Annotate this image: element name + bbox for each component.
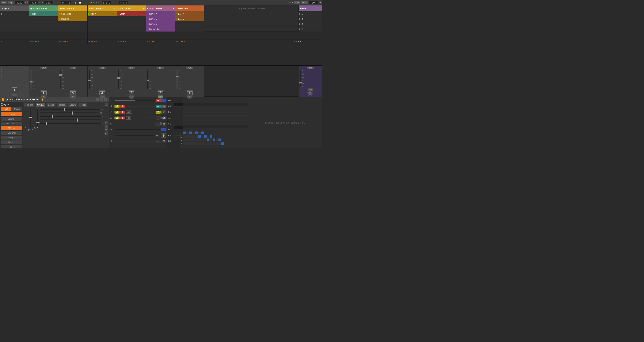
h-slider-4-handle[interactable] [77,118,78,122]
master-fader-handle[interactable] [299,82,302,83]
q0-track[interactable] [114,100,155,101]
q3-Tt[interactable]: Tt [126,116,131,120]
q3-track[interactable] [132,117,155,118]
clip-basic-r4[interactable] [175,26,204,31]
808d-solo-btn[interactable]: S [129,95,134,98]
808d-dropdown[interactable]: ▽ [143,7,145,10]
q6-track[interactable] [114,135,154,136]
btn-oneshot[interactable]: One shot [1,131,22,135]
tap-button[interactable]: Tap [8,1,14,4]
note-G4-3[interactable] [195,131,198,134]
808a-fader-handle[interactable] [30,81,32,82]
cycle-b-track[interactable] [30,111,31,128]
track-header-master[interactable]: Master [299,5,322,11]
play-button[interactable]: ▶ [74,1,78,4]
clip-808d-r1[interactable]: ▶ Crash [117,11,146,16]
clip-808b-r2[interactable]: ▶ Doubling [58,16,88,21]
nav-tab-cyclea[interactable]: Cycle A [36,103,46,107]
track-header-808c[interactable]: 4 808 Core Kit ▽ [88,5,117,11]
stop-button[interactable]: ■ [78,1,82,4]
master-fader-track[interactable] [300,70,301,87]
grand-fader-track[interactable] [147,70,148,89]
q1-y1[interactable]: y1 [114,105,120,108]
clip-808c-r3[interactable] [88,21,117,26]
nav-tab-phsshft[interactable]: Phs shft [24,103,35,107]
nav-tab-rotate[interactable]: Rotate [78,103,88,107]
808d-arm-btn[interactable] [130,98,133,99]
h-slider-5-handle[interactable] [46,122,47,125]
q5-I[interactable]: I [162,128,166,131]
q0-badge-H[interactable]: H [156,99,160,102]
note-E4-2[interactable] [212,138,215,141]
clip-qmp-r2[interactable] [0,16,29,21]
nav-down-btn[interactable]: ▽ [104,128,108,132]
808d-fader-track[interactable] [118,70,119,89]
q4-track[interactable] [114,123,155,124]
basic-fader-track[interactable] [176,70,178,89]
h-slider-1[interactable] [40,109,100,110]
qmp-solo-btn[interactable]: S [12,93,17,96]
master-solo-btn[interactable]: Solo [308,88,313,91]
q3-dot[interactable]: ● [156,116,160,120]
clip-grand-r1[interactable]: ▶ Twinkle A [146,11,175,16]
808c-fader-handle[interactable] [88,79,91,81]
key-D4[interactable]: D4 [174,142,183,145]
clip-808a-r4[interactable] [29,26,58,31]
clip-qmp-r4[interactable] [0,26,29,31]
note-F4-3[interactable] [210,135,212,138]
nav-next-btn[interactable]: ▷ [104,132,108,136]
note-G4-e2[interactable] [192,131,195,134]
key-B4[interactable] [174,126,183,129]
grand-fader-handle[interactable] [146,79,149,81]
btn-folded[interactable]: Folded [1,145,22,148]
track-header-808b[interactable]: 3 808 Core Kit ▽ [58,5,88,11]
master-arm-btn[interactable] [308,94,312,96]
key-F4[interactable]: F4 [174,136,183,139]
master-r3[interactable]: ▶ 3 [299,21,322,26]
basic-knob[interactable] [186,90,193,91]
basic-dropdown[interactable]: ▽ [202,7,203,10]
tab-pitch[interactable]: Pitch [1,107,12,111]
nav-prev-btn[interactable]: ◁ [104,120,108,124]
clip-808b-r4[interactable] [58,26,88,31]
808c-dropdown[interactable]: ▽ [114,7,116,10]
h-slider-2[interactable] [40,112,98,113]
qmp-arm-btn[interactable] [13,97,16,101]
left-main-track[interactable] [37,108,38,126]
clip-grand-r2[interactable]: ▶ Twinkle B [146,16,175,21]
808b-solo-btn[interactable]: S [70,95,76,98]
note-F4-1[interactable] [198,135,201,138]
q2-y1[interactable]: y1 [114,111,120,114]
grand-solo-btn[interactable]: S [158,95,163,98]
cycle-b-handle[interactable] [29,117,32,118]
clip-qmp-r1[interactable] [0,11,29,16]
pencil-icon[interactable]: ✎ [289,1,291,4]
track-header-808d[interactable]: 5 808 Core Kit ▽ [117,5,146,11]
record-button[interactable]: ● [82,1,86,4]
808a-fader-track[interactable] [30,70,32,89]
clip-808a-r3[interactable] [29,21,58,26]
grand-arm-btn[interactable] [159,98,162,99]
master-knob[interactable] [308,91,313,94]
btn-velocity[interactable]: Velocity [1,126,22,130]
key-G5[interactable] [174,110,183,113]
master-r1[interactable]: ▶ 1 [299,11,322,16]
track-header-808a[interactable]: ◉ 2 808 Core Kit ▽ [29,5,58,11]
nav-tab-transpo[interactable]: Transpo [56,103,67,107]
key-button[interactable]: Key [294,1,300,4]
clip-808c-r1[interactable]: ▶ Hats A [88,11,117,16]
h-slider-5[interactable] [40,123,102,124]
key-G4[interactable]: G4 [174,132,183,136]
nav-rotate-arrow[interactable]: △ [104,103,108,107]
q7-backspace[interactable]: ⌫ [161,140,166,143]
key-C5[interactable] [174,123,183,126]
h-slider-1-handle[interactable] [64,108,65,111]
clip-808c-r2[interactable] [88,16,117,21]
btn-legato[interactable]: Legato [1,112,22,116]
q6-qft[interactable]: qft [155,134,160,137]
slider-left-arrow[interactable]: ◁ [24,127,26,129]
808b-fader-track[interactable] [60,70,61,89]
btn-restp15[interactable]: Rest p15 [1,136,22,140]
q3-H[interactable]: H [120,116,125,119]
q1-H[interactable]: H [120,105,125,108]
